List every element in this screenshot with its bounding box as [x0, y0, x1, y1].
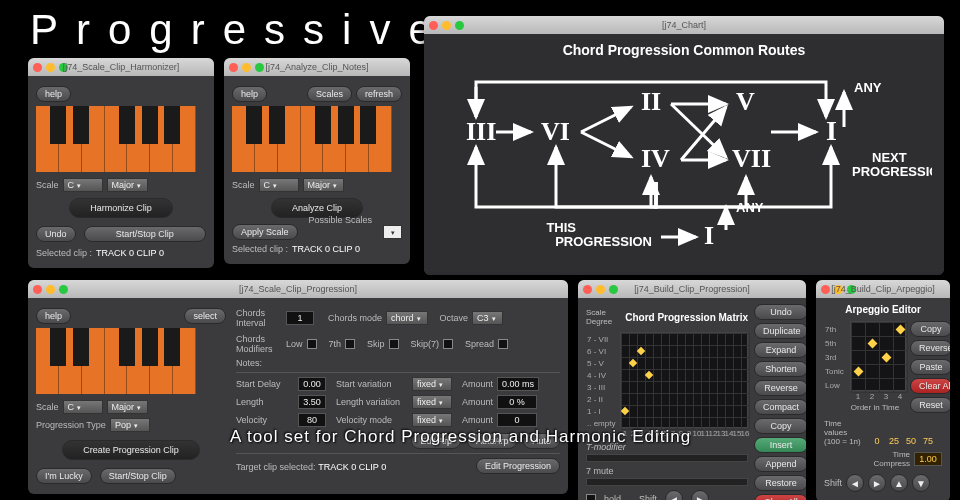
octave-dropdown[interactable]: C3	[472, 311, 503, 325]
mod-skip7-label: Skip(7)	[411, 339, 440, 349]
arp-ylabel: 3rd	[825, 353, 837, 362]
shift-left-icon[interactable]: ◄	[846, 474, 864, 492]
zoom-icon[interactable]	[59, 285, 68, 294]
compact-button[interactable]: Compact	[754, 399, 806, 415]
titlebar[interactable]: [j74_Scale_Clip_Progression]	[28, 280, 568, 298]
copy-button[interactable]: Copy	[910, 321, 950, 337]
insert-button[interactable]: Insert	[754, 437, 806, 453]
close-icon[interactable]	[229, 63, 238, 72]
clearall-button[interactable]: Clear All	[754, 494, 806, 500]
mod-7th-checkbox[interactable]	[345, 339, 355, 349]
zoom-icon[interactable]	[609, 285, 618, 294]
traffic-lights[interactable]	[583, 285, 618, 294]
piano-keyboard[interactable]	[36, 106, 196, 172]
reverse-button[interactable]: Reverse	[910, 340, 950, 356]
zoom-icon[interactable]	[455, 21, 464, 30]
reverse-button[interactable]: Reverse	[754, 380, 806, 396]
time-compress-field[interactable]: 1.00	[914, 452, 942, 466]
titlebar[interactable]: [j74_Build_Clip_Progression]	[578, 280, 806, 298]
shorten-button[interactable]: Shorten	[754, 361, 806, 377]
help-button[interactable]: help	[36, 308, 71, 324]
undo-button[interactable]: Undo	[36, 226, 76, 242]
lucky-button[interactable]: I'm Lucky	[36, 468, 92, 484]
shift-right-icon[interactable]: ►	[868, 474, 886, 492]
shift-up-icon[interactable]: ▲	[890, 474, 908, 492]
append-button[interactable]: Append	[754, 456, 806, 472]
hold-checkbox[interactable]	[586, 494, 596, 500]
start-delay-label: Start Delay	[236, 379, 294, 389]
startstop-button[interactable]: Start/Stop Clip	[84, 226, 206, 242]
traffic-lights[interactable]	[229, 63, 264, 72]
zoom-icon[interactable]	[255, 63, 264, 72]
titlebar[interactable]: [j74_Scale_Clip_Harmonizer]	[28, 58, 214, 76]
restore-button[interactable]: Restore	[754, 475, 806, 491]
shift-down-icon[interactable]: ▼	[912, 474, 930, 492]
duplicate-button[interactable]: Duplicate	[754, 323, 806, 339]
traffic-lights[interactable]	[429, 21, 464, 30]
scale-root-dropdown[interactable]: C	[259, 178, 299, 192]
create-progression-button[interactable]: Create Progression Clip	[62, 440, 200, 460]
start-amt-field[interactable]: 0.00 ms	[497, 377, 539, 391]
tmod-strip[interactable]	[586, 454, 748, 462]
select-button[interactable]: select	[184, 308, 226, 324]
traffic-lights[interactable]	[33, 285, 68, 294]
shift-right-icon[interactable]: ►	[691, 490, 709, 500]
matrix-grid[interactable]: 7 - VII6 - VI5 - V4 - IV3 - III2 - II1 -…	[620, 332, 748, 428]
prog-type-dropdown[interactable]: Pop	[110, 418, 150, 432]
minimize-icon[interactable]	[242, 63, 251, 72]
mod-low-checkbox[interactable]	[307, 339, 317, 349]
mod-skip7-checkbox[interactable]	[443, 339, 453, 349]
chords-mode-dropdown[interactable]: chord	[386, 311, 428, 325]
titlebar[interactable]: [j74_Chart]	[424, 16, 944, 34]
edit-progression-button[interactable]: Edit Progression	[476, 458, 560, 474]
length-var-dropdown[interactable]: fixed	[412, 395, 452, 409]
expand-button[interactable]: Expand	[754, 342, 806, 358]
scale-type-dropdown[interactable]: Major	[107, 400, 149, 414]
close-icon[interactable]	[33, 63, 42, 72]
paste-button[interactable]: Paste	[910, 359, 950, 375]
startstop-button[interactable]: Start/Stop Clip	[100, 468, 176, 484]
harmonize-button[interactable]: Harmonize Clip	[69, 198, 173, 218]
close-icon[interactable]	[821, 285, 830, 294]
mute-strip[interactable]	[586, 478, 748, 486]
close-icon[interactable]	[33, 285, 42, 294]
help-button[interactable]: help	[232, 86, 267, 102]
start-delay-field[interactable]: 0.00	[298, 377, 326, 391]
piano-keyboard[interactable]	[36, 328, 196, 394]
minimize-icon[interactable]	[442, 21, 451, 30]
refresh-button[interactable]: refresh	[356, 86, 402, 102]
start-var-dropdown[interactable]: fixed	[412, 377, 452, 391]
minimize-icon[interactable]	[596, 285, 605, 294]
scale-type-dropdown[interactable]: Major	[303, 178, 345, 192]
scales-button[interactable]: Scales	[307, 86, 352, 102]
help-button[interactable]: help	[36, 86, 71, 102]
minimize-icon[interactable]	[46, 63, 55, 72]
length-amt-field[interactable]: 0 %	[497, 395, 537, 409]
apply-scale-button[interactable]: Apply Scale	[232, 224, 298, 240]
copy-button[interactable]: Copy	[754, 418, 806, 434]
possible-scales-dropdown[interactable]	[383, 225, 402, 239]
titlebar[interactable]: [j74_Analyze_Clip_Notes]	[224, 58, 410, 76]
velocity-field[interactable]: 80	[298, 413, 326, 427]
minimize-icon[interactable]	[46, 285, 55, 294]
mod-spread-checkbox[interactable]	[498, 339, 508, 349]
arp-grid[interactable]: 7th5th3rdTonicLow1234	[850, 321, 906, 391]
chords-interval-field[interactable]: 1	[286, 311, 314, 325]
close-icon[interactable]	[583, 285, 592, 294]
piano-keyboard[interactable]	[232, 106, 392, 172]
time-value: 75	[921, 436, 935, 446]
reset-button[interactable]: Reset	[910, 397, 950, 413]
shift-left-icon[interactable]: ◄	[665, 490, 683, 500]
velocity-mode-dropdown[interactable]: fixed	[412, 413, 452, 427]
velocity-amt-field[interactable]: 0	[497, 413, 537, 427]
length-field[interactable]: 3.50	[298, 395, 326, 409]
scale-type-dropdown[interactable]: Major	[107, 178, 149, 192]
close-icon[interactable]	[429, 21, 438, 30]
scale-root-dropdown[interactable]: C	[63, 178, 103, 192]
scale-root-dropdown[interactable]: C	[63, 400, 103, 414]
clearall-button[interactable]: Clear All	[910, 378, 950, 394]
mod-skip-checkbox[interactable]	[389, 339, 399, 349]
undo-button[interactable]: Undo	[754, 304, 806, 320]
window-progression: [j74_Scale_Clip_Progression] help select…	[28, 280, 568, 494]
titlebar[interactable]: [j74_Build_Clip_Arpeggio]	[816, 280, 950, 298]
